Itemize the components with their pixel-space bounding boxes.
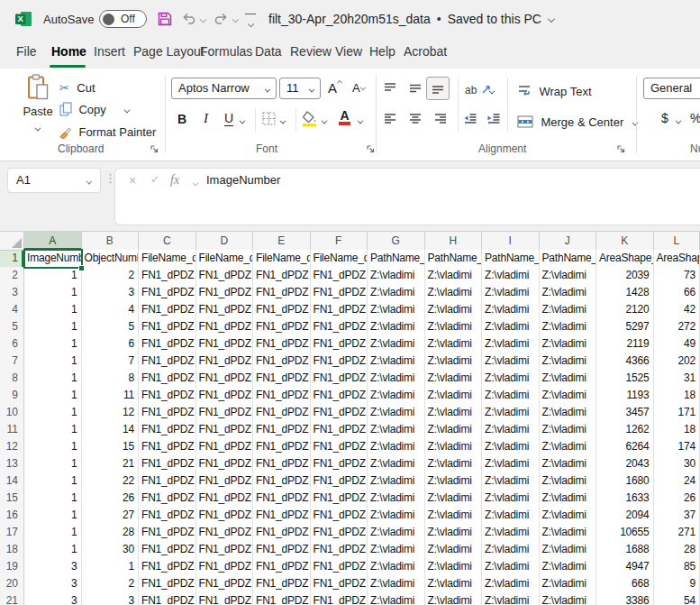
cell[interactable]: 272 — [654, 318, 700, 336]
cell[interactable]: Z:\vladimi — [540, 301, 597, 319]
cell[interactable]: 1688 — [596, 541, 654, 559]
cell[interactable]: Z:\vladimi — [540, 524, 597, 542]
row-header[interactable]: 6 — [0, 335, 24, 353]
accounting-dropdown-icon[interactable] — [676, 118, 682, 124]
cell[interactable]: Z:\vladimi — [482, 335, 540, 353]
cell[interactable]: 2094 — [596, 507, 654, 525]
cell[interactable]: Z:\vladimi — [540, 592, 597, 605]
cell[interactable]: 3 — [24, 575, 82, 593]
percent-style-button[interactable]: % — [690, 111, 700, 125]
cell[interactable]: Z:\vladimi — [482, 438, 540, 456]
cell[interactable]: PathName_d — [540, 250, 597, 268]
cell[interactable]: FN1_dPDZ — [311, 592, 368, 605]
cell[interactable]: 21 — [82, 455, 140, 473]
cell[interactable]: Z:\vladimi — [482, 490, 540, 508]
cell[interactable]: 8 — [82, 370, 140, 388]
cell[interactable]: FN1_dPDZ — [139, 575, 196, 593]
cell[interactable]: 27 — [82, 507, 140, 525]
cell[interactable]: Z:\vladimi — [368, 301, 425, 319]
cell[interactable]: FN1_dPDZ — [139, 455, 196, 473]
cell[interactable]: Z:\vladimi — [540, 541, 597, 559]
cell[interactable]: Z:\vladimi — [540, 490, 597, 508]
cell[interactable]: ObjectNumber — [82, 250, 140, 268]
cell-A1-selected[interactable]: ImageNumber — [24, 250, 82, 268]
cell[interactable]: 5297 — [596, 318, 654, 336]
cell[interactable]: 1 — [24, 335, 82, 353]
font-color-button[interactable]: A — [339, 110, 350, 125]
cell[interactable]: 1262 — [596, 421, 654, 439]
cell[interactable]: 202 — [654, 353, 700, 371]
cell[interactable]: 1680 — [596, 472, 654, 490]
cell[interactable]: 26 — [654, 490, 700, 508]
cell[interactable]: Z:\vladimi — [368, 421, 425, 439]
cell[interactable]: Z:\vladimi — [482, 558, 540, 576]
cell[interactable]: Z:\vladimi — [425, 353, 483, 371]
cell[interactable]: FN1_dPDZ — [196, 318, 254, 336]
cell[interactable]: FN1_dPDZ — [196, 592, 254, 605]
cell[interactable]: 3 — [82, 592, 140, 605]
cell[interactable]: Z:\vladimi — [425, 507, 483, 525]
cell[interactable]: 66 — [654, 284, 700, 302]
cell[interactable]: Z:\vladimi — [368, 353, 425, 371]
cell[interactable]: 3 — [24, 558, 82, 576]
cell[interactable]: Z:\vladimi — [425, 490, 483, 508]
row-header[interactable]: 7 — [0, 353, 24, 371]
cell[interactable]: Z:\vladimi — [368, 370, 425, 388]
column-header-F[interactable]: F — [311, 232, 368, 251]
merge-center-button[interactable]: Merge & Center — [517, 114, 638, 130]
cell[interactable]: FileName_d — [139, 250, 196, 268]
column-header-G[interactable]: G — [368, 232, 425, 251]
grow-font-button[interactable]: A — [328, 80, 342, 96]
cell[interactable]: FN1_dPDZ — [253, 558, 311, 576]
cell[interactable]: Z:\vladimi — [482, 267, 540, 285]
cell[interactable]: 30 — [82, 541, 140, 559]
cell[interactable]: FN1_dPDZ — [253, 284, 311, 302]
tab-home[interactable]: Home — [51, 44, 86, 59]
fill-handle[interactable] — [78, 265, 85, 271]
tab-data[interactable]: Data — [255, 44, 282, 59]
row-header[interactable]: 5 — [0, 318, 24, 336]
cell[interactable]: Z:\vladimi — [368, 455, 425, 473]
shrink-font-button[interactable]: A — [352, 81, 366, 95]
cell[interactable]: Z:\vladimi — [482, 507, 540, 525]
cell[interactable]: Z:\vladimi — [368, 438, 425, 456]
cell[interactable]: 2119 — [596, 335, 654, 353]
cell[interactable]: Z:\vladimi — [425, 592, 483, 605]
cell[interactable]: FN1_dPDZ — [253, 301, 311, 319]
cell[interactable]: 271 — [654, 524, 700, 542]
cell[interactable]: Z:\vladimi — [482, 318, 540, 336]
cell[interactable]: 1 — [24, 438, 82, 456]
cell[interactable]: Z:\vladimi — [368, 575, 425, 593]
cell[interactable]: FN1_dPDZ — [196, 558, 254, 576]
cell[interactable]: FN1_dPDZ — [253, 318, 311, 336]
undo-dropdown-icon[interactable] — [200, 16, 206, 23]
font-size-combo[interactable]: 11 — [279, 78, 321, 99]
cell[interactable]: FileName_d — [253, 250, 311, 268]
top-align-button[interactable] — [383, 81, 397, 96]
cell[interactable]: FN1_dPDZ — [311, 507, 368, 525]
cell[interactable]: FN1_dPDZ — [253, 353, 311, 371]
cell[interactable]: FN1_dPDZ — [139, 438, 196, 456]
cell[interactable]: 4947 — [596, 558, 654, 576]
cell[interactable]: Z:\vladimi — [540, 507, 597, 525]
cell[interactable]: Z:\vladimi — [425, 301, 483, 319]
cell[interactable]: FN1_dPDZ — [139, 318, 196, 336]
undo-button[interactable] — [181, 12, 196, 25]
cell[interactable]: Z:\vladimi — [425, 575, 483, 593]
cell[interactable]: 1 — [24, 507, 82, 525]
fill-color-button[interactable] — [302, 110, 317, 127]
cell[interactable]: Z:\vladimi — [482, 592, 540, 605]
cell[interactable]: FN1_dPDZ — [139, 592, 196, 605]
name-box[interactable]: A1 — [7, 168, 101, 193]
tab-formulas[interactable]: Formulas — [200, 44, 252, 59]
cell[interactable]: 30 — [654, 455, 700, 473]
cell[interactable]: Z:\vladimi — [368, 472, 425, 490]
cell[interactable]: FN1_dPDZ — [311, 387, 368, 405]
cell[interactable]: 85 — [654, 558, 700, 576]
cell[interactable]: 1 — [24, 541, 82, 559]
cell[interactable]: FN1_dPDZ — [253, 455, 311, 473]
cell[interactable]: FN1_dPDZ — [139, 335, 196, 353]
row-header[interactable]: 21 — [0, 592, 24, 605]
cancel-icon[interactable]: × — [129, 173, 136, 188]
cell[interactable]: 6 — [82, 335, 140, 353]
